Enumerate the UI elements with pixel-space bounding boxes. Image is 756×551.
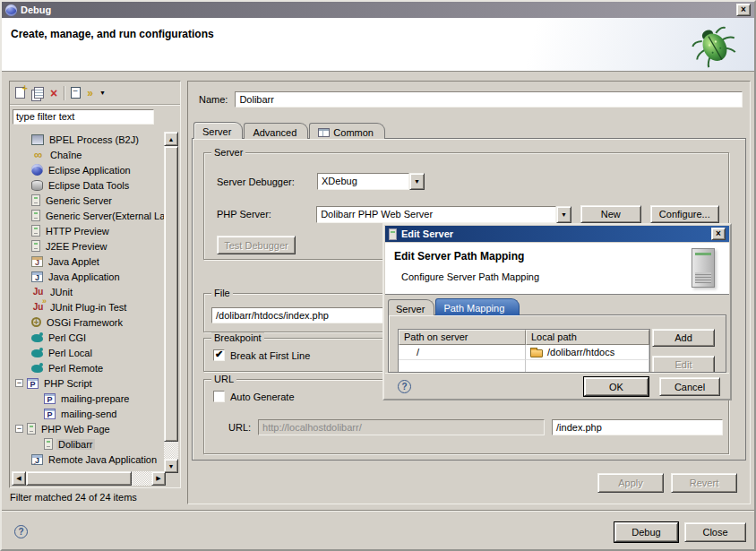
- collapse-node-icon[interactable]: [15, 379, 23, 387]
- configuration-tree: BPEL Process (B2J) Chaîne Eclipse Applic…: [12, 132, 166, 473]
- php-web-page-icon: [44, 438, 53, 450]
- php-script-icon: [27, 378, 39, 389]
- scroll-left-icon[interactable]: ◀: [12, 471, 26, 486]
- filter-input[interactable]: type filter text: [13, 109, 154, 125]
- dialog-tab-server[interactable]: Server: [388, 299, 434, 315]
- tree-item[interactable]: Remote Java Application: [12, 452, 166, 467]
- help-icon[interactable]: [398, 380, 411, 393]
- breakpoint-group-title: Breakpoint: [211, 332, 264, 343]
- tree-item[interactable]: Perl CGI: [12, 330, 166, 345]
- apply-button[interactable]: Apply: [597, 473, 664, 493]
- php-script-icon: [44, 409, 56, 419]
- tree-item[interactable]: Perl Remote: [12, 360, 166, 375]
- tree-item[interactable]: OSGi Framework: [12, 314, 166, 330]
- tree-item[interactable]: BPEL Process (B2J): [12, 132, 166, 147]
- auto-generate-label: Auto Generate: [230, 392, 295, 402]
- delete-configuration-icon[interactable]: [50, 87, 57, 99]
- dialog-heading: Edit Server Path Mapping: [394, 250, 524, 263]
- tree-item[interactable]: Java Applet: [12, 254, 166, 269]
- debug-button[interactable]: Debug: [614, 522, 678, 542]
- tree-item[interactable]: Eclipse Data Tools: [12, 177, 166, 193]
- tree-item[interactable]: JUnit Plug-in Test: [12, 299, 166, 314]
- tree-item-selected[interactable]: Dolibarr: [12, 436, 166, 452]
- eclipse-application-icon: [31, 164, 43, 176]
- tree-item[interactable]: PHP Web Page: [12, 421, 166, 436]
- config-tabs: Server Advanced Common: [193, 122, 386, 139]
- debug-configurations-window: Debug Create, manage, and run configurat…: [0, 0, 756, 551]
- scroll-right-icon[interactable]: ▶: [151, 471, 166, 486]
- base-url-input[interactable]: http://localhostdolibarr/: [258, 419, 545, 435]
- window-close-icon[interactable]: [736, 4, 751, 16]
- server-group-title: Server: [211, 147, 245, 158]
- auto-generate-checkbox[interactable]: [213, 391, 225, 402]
- dialog-close-icon[interactable]: [711, 228, 726, 240]
- scroll-down-icon[interactable]: ▼: [164, 459, 178, 473]
- name-input[interactable]: Dolibarr: [235, 91, 743, 108]
- tab-common[interactable]: Common: [309, 123, 385, 139]
- new-configuration-icon[interactable]: [15, 87, 25, 99]
- tree-item[interactable]: PHP Script: [12, 375, 166, 391]
- table-row[interactable]: / /dolibarr/htdocs: [399, 345, 649, 360]
- column-header[interactable]: Local path: [526, 330, 649, 345]
- revert-button[interactable]: Revert: [671, 473, 737, 493]
- tree-item[interactable]: mailing-prepare: [12, 391, 166, 406]
- scrollbar-thumb[interactable]: [164, 146, 178, 442]
- ok-button[interactable]: OK: [584, 377, 649, 396]
- tab-advanced[interactable]: Advanced: [244, 123, 308, 139]
- junit-plugin-icon: [31, 301, 45, 314]
- add-mapping-button[interactable]: Add: [652, 329, 715, 347]
- scrollbar-thumb[interactable]: [26, 471, 132, 486]
- server-icon: [31, 194, 40, 206]
- tree-item[interactable]: Java Application: [12, 269, 166, 284]
- name-label: Name:: [199, 94, 228, 105]
- tree-horizontal-scrollbar[interactable]: ◀ ▶: [12, 471, 166, 486]
- php-server-combo[interactable]: Dolibarr PHP Web Server: [316, 206, 571, 223]
- url-group-title: URL: [211, 374, 236, 384]
- tree-item[interactable]: J2EE Preview: [12, 238, 166, 254]
- dialog-title: Edit Server: [401, 228, 453, 239]
- tree-item[interactable]: mailing-send: [12, 406, 166, 421]
- tree-item[interactable]: Chaîne: [12, 147, 166, 162]
- bpel-process-icon: [31, 134, 44, 145]
- url-label: URL:: [228, 422, 251, 433]
- php-server-label: PHP Server:: [217, 209, 316, 220]
- collapse-all-icon[interactable]: [71, 87, 81, 99]
- menu-dropdown-icon[interactable]: [99, 90, 106, 96]
- dialog-tab-path-mapping[interactable]: Path Mapping: [435, 298, 520, 315]
- table-row-empty[interactable]: [399, 360, 649, 373]
- java-applet-icon: [31, 256, 43, 267]
- configurations-sidebar: type filter text BPEL Process (B2J) Chaî…: [9, 81, 181, 488]
- server-icon: [389, 228, 397, 240]
- configure-button[interactable]: Configure...: [650, 205, 719, 223]
- tree-item[interactable]: JUnit: [12, 284, 166, 299]
- page-title: Create, manage, and run configurations: [11, 28, 214, 40]
- tree-vertical-scrollbar[interactable]: ▲ ▼: [164, 132, 178, 473]
- filter-icon[interactable]: [87, 87, 93, 99]
- java-application-icon: [31, 271, 43, 282]
- tree-item[interactable]: Generic Server(External La: [12, 208, 166, 223]
- tree-item[interactable]: Perl Local: [12, 345, 166, 360]
- footer-separator: [2, 510, 754, 512]
- database-icon: [31, 180, 43, 191]
- test-debugger-button[interactable]: Test Debugger: [217, 236, 296, 254]
- break-first-line-checkbox[interactable]: [213, 349, 225, 361]
- table-icon: [318, 128, 330, 137]
- chevron-down-icon[interactable]: [556, 206, 571, 223]
- tree-item[interactable]: Eclipse Application: [12, 162, 166, 177]
- help-icon[interactable]: [14, 525, 28, 538]
- url-path-input[interactable]: /index.php: [552, 419, 723, 435]
- column-header[interactable]: Path on server: [399, 330, 526, 345]
- server-debugger-combo[interactable]: XDebug: [317, 173, 425, 190]
- tab-server[interactable]: Server: [193, 122, 243, 139]
- collapse-node-icon[interactable]: [15, 425, 23, 433]
- cancel-button[interactable]: Cancel: [659, 377, 720, 396]
- edit-mapping-button[interactable]: Edit: [652, 356, 715, 373]
- tree-item[interactable]: HTTP Preview: [12, 223, 166, 238]
- new-server-button[interactable]: New: [580, 205, 641, 223]
- chevron-down-icon[interactable]: [409, 173, 425, 190]
- close-button[interactable]: Close: [684, 522, 746, 542]
- scroll-up-icon[interactable]: ▲: [164, 132, 178, 146]
- remote-java-icon: [31, 454, 43, 465]
- tree-item[interactable]: Generic Server: [12, 193, 166, 208]
- duplicate-configuration-icon[interactable]: [34, 87, 44, 99]
